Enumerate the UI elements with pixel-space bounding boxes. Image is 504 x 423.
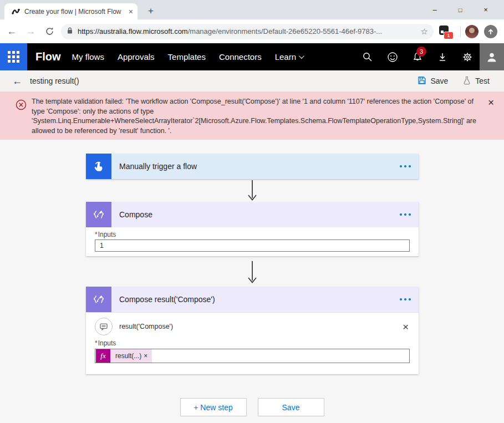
flow-name: testing result() <box>30 77 79 85</box>
compose-card[interactable]: Compose *Inputs <box>86 202 419 256</box>
waffle-menu-icon[interactable] <box>0 43 27 70</box>
compose-braces-icon <box>86 287 111 312</box>
test-button[interactable]: Test <box>462 76 490 86</box>
flow-designer-canvas: Manually trigger a flow <box>0 140 504 423</box>
fx-icon: fx <box>96 349 110 363</box>
nav-items: My flows Approvals Templates Connectors … <box>72 52 303 62</box>
window-controls: – □ × <box>422 0 498 19</box>
navbar-actions: 3 <box>355 43 504 70</box>
compose-menu-icon[interactable] <box>400 213 411 216</box>
url-text: https://australia.flow.microsoft.com/man… <box>78 27 418 35</box>
error-message: The template validation failed: 'The wor… <box>32 97 497 136</box>
compose-result-inputs-field[interactable]: fx result(...) × <box>95 349 410 363</box>
compose-result-card[interactable]: Compose result('Compose') result('Compos… <box>86 287 419 374</box>
compose-result-inputs-label: *Inputs <box>95 339 410 347</box>
expression-token-chip[interactable]: fx result(...) × <box>96 349 152 363</box>
test-flask-icon <box>462 76 471 86</box>
trigger-card[interactable]: Manually trigger a flow <box>86 154 419 179</box>
bookmark-star-icon[interactable]: ☆ <box>421 27 428 37</box>
app-brand[interactable]: Flow <box>35 50 61 63</box>
browser-tab[interactable]: Create your flow | Microsoft Flow × <box>4 3 138 19</box>
lock-icon <box>67 27 73 37</box>
window-minimize-button[interactable]: – <box>422 6 447 14</box>
browser-toolbar: ← → https://australia.flow.microsoft.com… <box>0 19 504 43</box>
nav-item-connectors[interactable]: Connectors <box>219 52 262 62</box>
browser-reload-icon[interactable] <box>42 24 57 39</box>
nav-item-templates[interactable]: Templates <box>168 52 206 62</box>
expression-close-icon[interactable]: × <box>403 322 409 332</box>
compose-inputs-field[interactable] <box>95 239 410 252</box>
compose-result-menu-icon[interactable] <box>400 298 411 300</box>
save-floppy-icon <box>418 76 426 86</box>
connector-arrow <box>246 261 259 283</box>
manual-trigger-icon <box>86 154 111 179</box>
browser-update-icon[interactable] <box>484 25 497 38</box>
app-navbar: Flow My flows Approvals Templates Connec… <box>0 43 504 70</box>
browser-back-icon[interactable]: ← <box>4 24 19 39</box>
browser-profile-avatar[interactable] <box>465 25 478 38</box>
extension-badge: 1 <box>444 32 454 39</box>
trigger-menu-icon[interactable] <box>400 165 411 167</box>
chevron-down-icon <box>299 53 304 59</box>
window-maximize-button[interactable]: □ <box>447 7 473 13</box>
window-close-button[interactable]: × <box>473 6 498 14</box>
browser-titlebar: Create your flow | Microsoft Flow × + – … <box>0 0 504 19</box>
account-avatar[interactable] <box>480 43 504 70</box>
nav-item-my-flows[interactable]: My flows <box>72 52 104 62</box>
chip-remove-icon[interactable]: × <box>144 352 152 360</box>
toolbar-divider <box>460 26 461 37</box>
compose-card-title: Compose <box>119 210 394 219</box>
error-close-icon[interactable]: × <box>488 97 494 108</box>
trigger-card-title: Manually trigger a flow <box>119 162 394 171</box>
expression-callout: result('Compose') × <box>95 318 410 335</box>
search-icon[interactable] <box>355 43 380 70</box>
notifications-bell-icon[interactable]: 3 <box>405 43 430 70</box>
new-tab-button[interactable]: + <box>144 4 157 18</box>
save-button[interactable]: Save <box>418 76 448 86</box>
designer-footer: + New step Save <box>0 398 504 416</box>
tab-title: Create your flow | Microsoft Flow <box>24 8 125 16</box>
download-icon[interactable] <box>430 43 455 70</box>
compose-inputs-label: *Inputs <box>95 231 410 238</box>
nav-item-approvals[interactable]: Approvals <box>118 52 155 62</box>
feedback-smiley-icon[interactable] <box>380 43 405 70</box>
url-bar[interactable]: https://australia.flow.microsoft.com/man… <box>61 24 434 39</box>
back-arrow-icon[interactable]: ← <box>12 75 22 87</box>
settings-gear-icon[interactable] <box>455 43 480 70</box>
error-circle-x-icon <box>16 99 27 113</box>
flow-favicon-icon <box>11 7 21 16</box>
notification-badge: 3 <box>416 47 426 57</box>
error-banner: The template validation failed: 'The wor… <box>0 91 504 140</box>
compose-braces-icon <box>86 202 111 227</box>
comment-bubble-icon <box>95 318 113 335</box>
flow-command-bar: ← testing result() Save <box>0 70 504 91</box>
connector-arrow <box>246 180 259 201</box>
browser-forward-icon: → <box>23 24 38 39</box>
designer-save-button[interactable]: Save <box>258 398 324 416</box>
browser-extension-icon[interactable]: 1 <box>439 26 451 38</box>
tab-close-icon[interactable]: × <box>129 8 133 16</box>
nav-item-learn[interactable]: Learn <box>275 52 303 62</box>
expression-text: result('Compose') <box>119 323 403 330</box>
new-step-button[interactable]: + New step <box>180 398 247 416</box>
compose-result-card-title: Compose result('Compose') <box>119 295 394 304</box>
